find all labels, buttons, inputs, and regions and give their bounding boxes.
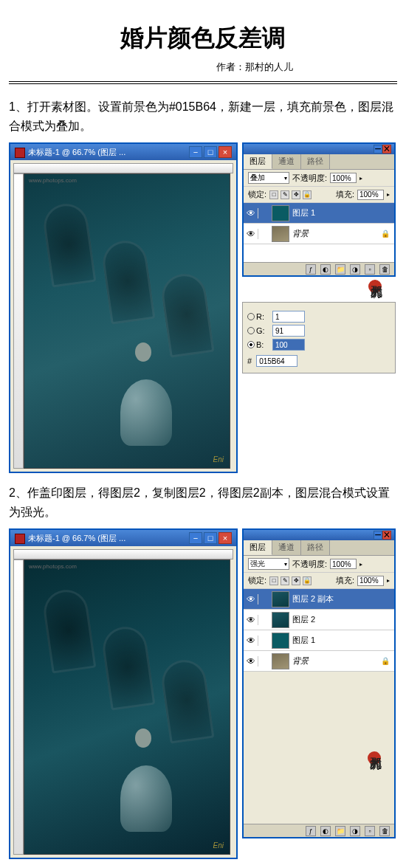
radio-icon[interactable] <box>247 341 255 348</box>
tab-layers[interactable]: 图层 <box>244 540 272 555</box>
chevron-right-icon[interactable]: ▸ <box>359 561 362 568</box>
radio-icon[interactable] <box>247 327 255 334</box>
bride-figure <box>113 342 179 446</box>
fx-icon[interactable]: ƒ <box>306 264 316 275</box>
new-layer-icon[interactable]: ▫ <box>365 826 375 836</box>
figure-2: 未标题-1 @ 66.7% (图层 ... − □ × www.photops.… <box>9 528 397 859</box>
canvas-photo[interactable]: www.photops.com Eni <box>24 173 230 469</box>
layer-row[interactable]: 👁 图层 1 <box>244 630 394 651</box>
mask-icon[interactable]: ◐ <box>320 264 331 275</box>
panel-minimize-icon[interactable]: − <box>374 531 382 540</box>
panel-titlebar[interactable]: − × <box>244 530 394 540</box>
visibility-eye-icon[interactable]: 👁 <box>244 208 258 218</box>
ps-app-icon <box>15 534 25 544</box>
visibility-eye-icon[interactable]: 👁 <box>244 636 258 646</box>
layer-thumbnail[interactable] <box>272 633 289 649</box>
layer-row[interactable]: 👁 图层 2 副本 <box>244 589 394 610</box>
hex-input[interactable] <box>256 355 297 367</box>
fill-input[interactable]: 100% <box>357 576 384 586</box>
panel-titlebar[interactable]: − × <box>244 144 394 154</box>
g-input[interactable] <box>272 325 305 337</box>
layer-row[interactable]: 👁 图层 1 <box>244 203 394 224</box>
layer-thumbnail[interactable] <box>272 591 289 607</box>
tab-channels[interactable]: 通道 <box>272 154 301 169</box>
close-button[interactable]: × <box>219 532 232 544</box>
layer-row[interactable]: 👁 背景 🔒 <box>244 224 394 244</box>
ps-document-window: 未标题-1 @ 66.7% (图层 ... − □ × www.photops.… <box>9 528 238 859</box>
adjust-icon[interactable]: ◑ <box>350 826 360 836</box>
minimize-button[interactable]: − <box>189 532 202 544</box>
close-button[interactable]: × <box>219 146 232 158</box>
canvas-photo[interactable]: www.photops.com Eni <box>24 559 230 855</box>
watermark-url: www.photops.com <box>29 563 77 570</box>
maximize-button[interactable]: □ <box>204 532 217 544</box>
watermark-logo: Eni <box>213 841 224 850</box>
visibility-eye-icon[interactable]: 👁 <box>244 594 258 604</box>
b-input[interactable] <box>272 339 305 351</box>
layers-list: 👁 图层 2 副本 👁 图层 2 👁 <box>244 589 394 672</box>
layer-name[interactable]: 背景 <box>292 655 381 666</box>
maximize-button[interactable]: □ <box>204 146 217 158</box>
panel-close-icon[interactable]: × <box>382 145 391 154</box>
visibility-eye-icon[interactable]: 👁 <box>244 615 258 625</box>
fx-icon[interactable]: ƒ <box>306 826 316 836</box>
chevron-right-icon[interactable]: ▸ <box>387 191 390 198</box>
g-label[interactable]: G: <box>247 326 269 335</box>
lock-pixels-icon[interactable]: ✎ <box>281 190 289 199</box>
adjust-icon[interactable]: ◑ <box>350 264 360 275</box>
visibility-eye-icon[interactable]: 👁 <box>244 229 258 239</box>
layer-name[interactable]: 背景 <box>292 228 381 239</box>
tab-channels[interactable]: 通道 <box>272 540 301 555</box>
lock-all-icon[interactable]: 🔒 <box>303 190 312 199</box>
layer-name[interactable]: 图层 2 <box>292 614 394 625</box>
blend-mode-select[interactable]: 叠加▾ <box>248 172 289 184</box>
chevron-right-icon[interactable]: ▸ <box>387 577 390 584</box>
layer-thumbnail[interactable] <box>272 612 289 628</box>
lock-indicator-icon: 🔒 <box>381 657 391 665</box>
minimize-button[interactable]: − <box>189 146 202 158</box>
tab-layers[interactable]: 图层 <box>244 154 272 169</box>
layer-thumbnail[interactable] <box>272 205 289 221</box>
lock-pixels-icon[interactable]: ✎ <box>281 576 289 585</box>
lock-transparency-icon[interactable]: □ <box>269 576 278 585</box>
layer-thumbnail[interactable] <box>272 653 289 669</box>
chevron-right-icon[interactable]: ▸ <box>359 175 362 182</box>
layer-row[interactable]: 👁 图层 2 <box>244 610 394 630</box>
lock-transparency-icon[interactable]: □ <box>269 190 278 199</box>
r-label[interactable]: R: <box>247 312 269 321</box>
new-layer-icon[interactable]: ▫ <box>365 264 375 275</box>
fill-label: 填充: <box>336 189 354 200</box>
layer-name[interactable]: 图层 1 <box>292 635 394 646</box>
chevron-down-icon: ▾ <box>284 175 287 182</box>
lock-position-icon[interactable]: ✥ <box>292 190 300 199</box>
fill-input[interactable]: 100% <box>357 190 384 200</box>
lock-indicator-icon: 🔒 <box>381 230 391 238</box>
layer-name[interactable]: 图层 2 副本 <box>292 593 394 604</box>
folder-icon[interactable]: 📁 <box>335 826 345 836</box>
opacity-input[interactable]: 100% <box>330 559 357 569</box>
lock-position-icon[interactable]: ✥ <box>292 576 300 585</box>
b-label[interactable]: B: <box>247 340 269 349</box>
panel-close-icon[interactable]: × <box>382 531 391 540</box>
folder-icon[interactable]: 📁 <box>335 264 345 275</box>
tab-paths[interactable]: 路径 <box>301 540 330 555</box>
visibility-eye-icon[interactable]: 👁 <box>244 656 258 666</box>
lock-all-icon[interactable]: 🔒 <box>303 576 312 585</box>
trash-icon[interactable]: 🗑 <box>379 264 390 275</box>
trash-icon[interactable]: 🗑 <box>379 826 390 836</box>
layer-thumbnail[interactable] <box>272 226 289 242</box>
opacity-label: 不透明度: <box>292 559 327 570</box>
bride-figure <box>113 728 179 832</box>
panel-minimize-icon[interactable]: − <box>374 145 382 154</box>
window-titlebar[interactable]: 未标题-1 @ 66.7% (图层 ... − □ × <box>10 530 236 546</box>
opacity-input[interactable]: 100% <box>330 173 357 183</box>
tab-paths[interactable]: 路径 <box>301 154 330 169</box>
radio-icon[interactable] <box>247 313 255 320</box>
window-titlebar[interactable]: 未标题-1 @ 66.7% (图层 ... − □ × <box>10 144 236 160</box>
doc-title: 未标题-1 @ 66.7% (图层 ... <box>28 534 125 542</box>
blend-mode-select[interactable]: 强光▾ <box>248 558 289 570</box>
r-input[interactable] <box>272 311 305 323</box>
layer-name[interactable]: 图层 1 <box>292 207 394 218</box>
layer-row[interactable]: 👁 背景 🔒 <box>244 651 394 672</box>
mask-icon[interactable]: ◐ <box>320 826 331 836</box>
